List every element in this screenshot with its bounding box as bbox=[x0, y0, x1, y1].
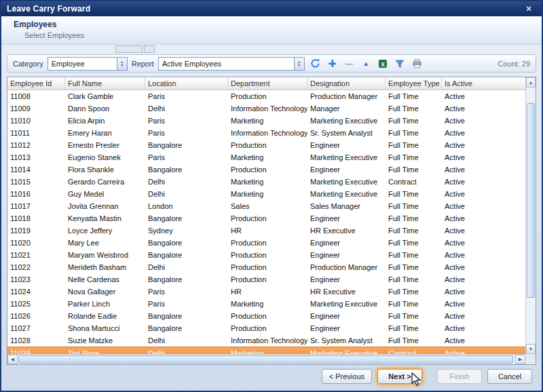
print-icon bbox=[412, 59, 422, 68]
column-header[interactable]: Employee Type bbox=[386, 77, 442, 90]
table-cell: 11023 bbox=[7, 273, 65, 286]
panel-fragment bbox=[144, 45, 155, 53]
column-header[interactable]: Department bbox=[228, 77, 307, 90]
table-row[interactable]: 11011Emery HaranParisInformation Technol… bbox=[7, 127, 525, 139]
table-cell: Manager bbox=[307, 102, 386, 115]
table-row[interactable]: 11021Maryam WeisbrodBangaloreProductionE… bbox=[7, 249, 525, 261]
table-cell: 11026 bbox=[7, 310, 65, 322]
filter-icon bbox=[395, 59, 405, 68]
table-cell: Sydney bbox=[145, 224, 228, 237]
remove-button[interactable]: — bbox=[343, 57, 356, 70]
excel-export-button[interactable]: X bbox=[377, 57, 390, 70]
category-label: Category bbox=[13, 60, 43, 68]
horizontal-scroll-track[interactable] bbox=[18, 355, 515, 364]
column-header[interactable]: Is Active bbox=[442, 77, 525, 90]
table-row[interactable]: 11016Guy MedelDelhiMarketingMarketing Ex… bbox=[7, 188, 525, 200]
table-row[interactable]: 11020Mary LeeBangaloreProductionEngineer… bbox=[7, 237, 525, 249]
table-cell: Production bbox=[228, 261, 307, 273]
category-select[interactable]: Employee ▲▼ bbox=[48, 57, 128, 71]
table-cell: Parker Linch bbox=[65, 298, 145, 310]
table-cell: Marketing bbox=[228, 298, 307, 310]
column-header[interactable]: Employee Id bbox=[7, 77, 65, 90]
table-cell: Full Time bbox=[386, 115, 442, 127]
scroll-down-icon[interactable]: ▼ bbox=[526, 344, 536, 354]
table-cell: Suzie Matzke bbox=[65, 334, 145, 347]
horizontal-scroll-thumb[interactable] bbox=[18, 355, 513, 364]
table-row[interactable]: 11008Clark GambleParisProductionProducti… bbox=[7, 90, 525, 102]
table-cell: Bangalore bbox=[145, 139, 228, 151]
table-cell: Active bbox=[442, 188, 525, 200]
vertical-scroll-thumb[interactable] bbox=[527, 103, 535, 298]
column-header[interactable]: Designation bbox=[307, 77, 386, 90]
table-cell: Active bbox=[442, 163, 525, 176]
table-row[interactable]: 11022Merideth BashamDelhiProductionProdu… bbox=[7, 261, 525, 273]
table-row[interactable]: 11018Kenyatta MastinBangaloreProductionE… bbox=[7, 212, 525, 224]
table-cell: Production bbox=[228, 310, 307, 322]
table-cell: Production bbox=[228, 249, 307, 261]
previous-button[interactable]: < Previous bbox=[322, 369, 372, 384]
table-row[interactable]: 11009Dann SpoonDelhiInformation Technolo… bbox=[7, 102, 525, 115]
table-cell: Ernesto Presler bbox=[65, 139, 145, 151]
spinner-arrows-icon[interactable]: ▲▼ bbox=[117, 58, 127, 70]
print-button[interactable] bbox=[411, 57, 424, 70]
add-button[interactable] bbox=[326, 57, 339, 70]
table-row[interactable]: 11028Suzie MatzkeDelhiInformation Techno… bbox=[7, 334, 525, 347]
table-row[interactable]: 11027Shona MartucciBangaloreProductionEn… bbox=[7, 322, 525, 334]
vertical-scroll-track[interactable] bbox=[526, 87, 536, 344]
spinner-arrows-icon[interactable]: ▲▼ bbox=[294, 58, 304, 70]
table-cell: Bangalore bbox=[145, 212, 228, 224]
table-cell: Full Time bbox=[386, 212, 442, 224]
close-button[interactable]: ✕ bbox=[521, 3, 536, 14]
table-row[interactable]: 11014Flora ShankleBangaloreProductionEng… bbox=[7, 163, 525, 176]
table-row[interactable]: 11024Nova GallagerParisHRHR ExecutiveFul… bbox=[7, 286, 525, 298]
table-cell: 11017 bbox=[7, 200, 65, 212]
wizard-footer: < Previous Next > Finish Cancel bbox=[1, 365, 542, 391]
table-row[interactable]: 11010Elicia ArpinParisMarketingMarketing… bbox=[7, 115, 525, 127]
cancel-button[interactable]: Cancel bbox=[487, 369, 532, 384]
table-cell: 11022 bbox=[7, 261, 65, 273]
table-cell: HR Executive bbox=[307, 286, 386, 298]
table-row[interactable]: 11012Ernesto PreslerBangaloreProductionE… bbox=[7, 139, 525, 151]
next-button[interactable]: Next > bbox=[377, 369, 422, 384]
table-row[interactable]: 11015Gerardo CarreiraDelhiMarketingMarke… bbox=[7, 176, 525, 188]
up-arrow-icon: ▲ bbox=[362, 60, 369, 67]
table-cell: Active bbox=[442, 212, 525, 224]
table-cell: 11024 bbox=[7, 286, 65, 298]
table-row[interactable]: 11013Eugenio StanekParisMarketingMarketi… bbox=[7, 151, 525, 163]
table-cell: Engineer bbox=[307, 139, 386, 151]
table-cell: Active bbox=[442, 237, 525, 249]
table-cell: Paris bbox=[145, 115, 228, 127]
table-cell: Elicia Arpin bbox=[65, 115, 145, 127]
filter-button[interactable] bbox=[394, 57, 407, 70]
table-row[interactable]: 11026Rolande EadieBangaloreProductionEng… bbox=[7, 310, 525, 322]
table-cell: Paris bbox=[145, 151, 228, 163]
table-row[interactable]: 11025Parker LinchParisMarketingMarketing… bbox=[7, 298, 525, 310]
scroll-left-icon[interactable]: ◀ bbox=[7, 355, 18, 364]
report-select[interactable]: Active Employees ▲▼ bbox=[158, 57, 305, 71]
table-cell: Contract bbox=[386, 176, 442, 188]
refresh-button[interactable] bbox=[309, 57, 322, 70]
table-cell: Delhi bbox=[145, 334, 228, 347]
move-up-button[interactable]: ▲ bbox=[360, 57, 373, 70]
vertical-scrollbar[interactable]: ▲ ▼ bbox=[525, 77, 536, 354]
table-row[interactable]: 11017Jovita GrennanLondonSalesSales Mana… bbox=[7, 200, 525, 212]
table-cell: Delhi bbox=[145, 102, 228, 115]
column-header[interactable]: Location bbox=[145, 77, 228, 90]
table-cell: Production bbox=[228, 163, 307, 176]
table-cell: Full Time bbox=[386, 102, 442, 115]
fragment-zone bbox=[1, 45, 542, 54]
page-title: Employees bbox=[14, 20, 542, 29]
table-cell: Bangalore bbox=[145, 249, 228, 261]
scroll-right-icon[interactable]: ▶ bbox=[515, 355, 525, 364]
scroll-up-icon[interactable]: ▲ bbox=[526, 77, 536, 87]
table-row[interactable]: 11019Loyce JefferySydneyHRHR ExecutiveFu… bbox=[7, 224, 525, 237]
table-cell: 11015 bbox=[7, 176, 65, 188]
horizontal-scrollbar[interactable]: ◀ ▶ bbox=[7, 354, 525, 364]
table-cell: 11009 bbox=[7, 102, 65, 115]
toolbar: Category Employee ▲▼ Report Active Emplo… bbox=[7, 54, 536, 73]
table-cell: Full Time bbox=[386, 139, 442, 151]
table-row[interactable]: 11023Nelle CardenasBangaloreProductionEn… bbox=[7, 273, 525, 286]
table-cell: Sr. System Analyst bbox=[307, 334, 386, 347]
column-header[interactable]: Full Name bbox=[65, 77, 145, 90]
table-cell: HR bbox=[228, 286, 307, 298]
